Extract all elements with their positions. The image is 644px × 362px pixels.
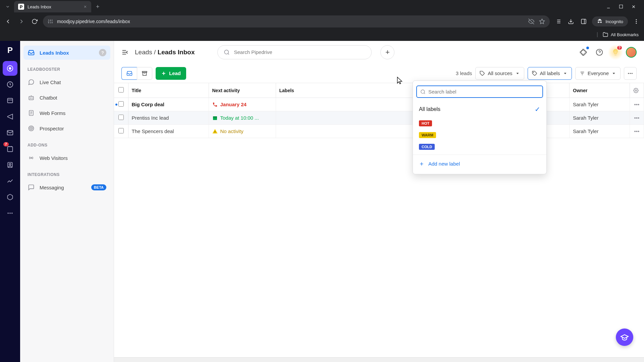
chevron-down-icon bbox=[515, 71, 520, 76]
col-title[interactable]: Title bbox=[128, 83, 209, 98]
help-icon[interactable] bbox=[594, 47, 605, 58]
rail-contacts[interactable] bbox=[3, 158, 17, 172]
breadcrumb-root[interactable]: Leads bbox=[135, 49, 152, 56]
topbar: Leads / Leads Inbox + ? bbox=[114, 41, 644, 64]
row-actions[interactable]: ••• bbox=[630, 125, 644, 138]
message-icon bbox=[28, 184, 35, 191]
extensions-icon[interactable] bbox=[578, 47, 589, 58]
row-actions[interactable]: ••• bbox=[630, 111, 644, 125]
label-search[interactable] bbox=[416, 85, 543, 98]
close-window-icon[interactable] bbox=[631, 4, 636, 9]
rail-more[interactable] bbox=[3, 206, 17, 221]
table-row[interactable]: Prentiss Inc leadToday at 10:00 ...Sarah… bbox=[114, 111, 644, 125]
rail-campaigns[interactable] bbox=[3, 109, 17, 124]
col-next-activity[interactable]: Next activity bbox=[209, 83, 276, 98]
filter-owner[interactable]: Everyone bbox=[575, 67, 621, 80]
all-bookmarks-button[interactable]: All Bookmarks bbox=[603, 32, 639, 38]
search-input[interactable] bbox=[234, 49, 365, 55]
rail-deals[interactable] bbox=[3, 77, 17, 92]
label-option[interactable]: COLD bbox=[413, 141, 546, 153]
sidebar-item-live-chat[interactable]: Live Chat bbox=[23, 75, 110, 89]
forward-button[interactable] bbox=[17, 17, 26, 26]
table-row[interactable]: Big Corp dealJanuary 24Sarah Tyler••• bbox=[114, 98, 644, 111]
site-settings-icon[interactable] bbox=[48, 19, 53, 24]
global-search[interactable] bbox=[217, 45, 372, 59]
sidebar-item-messaging[interactable]: Messaging BETA bbox=[23, 180, 110, 194]
row-checkbox[interactable] bbox=[118, 101, 124, 107]
check-icon: ✓ bbox=[535, 105, 540, 113]
rail-insights[interactable] bbox=[3, 174, 17, 188]
add-new-label[interactable]: Add new label bbox=[413, 157, 546, 171]
sidepanel-icon[interactable] bbox=[579, 17, 588, 26]
sidebar-item-web-visitors[interactable]: Web Visitors bbox=[23, 151, 110, 165]
download-icon[interactable] bbox=[567, 17, 575, 26]
reload-button[interactable] bbox=[30, 17, 39, 26]
plus-icon bbox=[419, 161, 424, 167]
rail-mail[interactable] bbox=[3, 125, 17, 140]
new-tab-button[interactable]: + bbox=[93, 1, 103, 12]
labels-dropdown: All labels ✓ HOTWARMCOLD Add new label bbox=[413, 80, 547, 174]
filter-labels[interactable]: All labels bbox=[528, 67, 572, 80]
quick-add-button[interactable]: + bbox=[380, 45, 394, 59]
svg-marker-69 bbox=[564, 73, 566, 74]
col-owner[interactable]: Owner bbox=[570, 83, 630, 98]
more-filters-button[interactable] bbox=[624, 67, 637, 80]
view-archive[interactable] bbox=[137, 67, 152, 80]
tab-list-dropdown[interactable] bbox=[3, 4, 13, 9]
col-settings[interactable] bbox=[630, 83, 644, 98]
sidebar-item-web-forms[interactable]: Web Forms bbox=[23, 106, 110, 120]
filter-sources[interactable]: All sources bbox=[475, 67, 524, 80]
filter-label: Everyone bbox=[588, 70, 609, 76]
sidebar-item-prospector[interactable]: Prospector bbox=[23, 121, 110, 135]
incognito-chip[interactable]: Incognito bbox=[592, 16, 628, 26]
svg-point-77 bbox=[421, 90, 425, 94]
rail-activities[interactable]: 7 bbox=[3, 141, 17, 156]
sidebar-item-leads-inbox[interactable]: Leads Inbox ? bbox=[23, 46, 110, 60]
browser-tab[interactable]: P Leads Inbox bbox=[14, 1, 91, 12]
incognito-label: Incognito bbox=[605, 19, 623, 24]
app-logo[interactable]: P bbox=[4, 44, 16, 56]
label-option-all[interactable]: All labels ✓ bbox=[413, 101, 546, 117]
media-icon[interactable] bbox=[554, 17, 562, 26]
app: P 7 Leads Inbox ? LEADBOOSTER Live Chat … bbox=[0, 41, 644, 362]
star-icon[interactable] bbox=[539, 18, 545, 24]
row-checkbox[interactable] bbox=[118, 115, 124, 120]
svg-rect-24 bbox=[581, 19, 586, 24]
label-option[interactable]: HOT bbox=[413, 117, 546, 129]
sidebar-toggle[interactable] bbox=[121, 49, 129, 56]
svg-point-26 bbox=[636, 19, 637, 20]
info-badge[interactable]: ? bbox=[99, 49, 106, 56]
table-row[interactable]: The Spencers dealNo activitySarah Tyler•… bbox=[114, 125, 644, 138]
leads-table-wrap: Title Next activity Labels Owner Big Cor… bbox=[114, 83, 644, 357]
svg-point-58 bbox=[225, 50, 229, 54]
view-inbox[interactable] bbox=[121, 67, 137, 80]
label-search-input[interactable] bbox=[428, 89, 539, 95]
minimize-icon[interactable] bbox=[606, 4, 611, 9]
leads-table: Title Next activity Labels Owner Big Cor… bbox=[114, 83, 644, 138]
row-actions[interactable]: ••• bbox=[630, 98, 644, 111]
row-checkbox[interactable] bbox=[118, 128, 124, 133]
url-text: moodjoy.pipedrive.com/leads/inbox bbox=[57, 19, 130, 24]
back-button[interactable] bbox=[3, 17, 13, 26]
whats-new-icon[interactable]: ? bbox=[610, 47, 621, 58]
window-controls bbox=[606, 4, 641, 9]
cell-owner: Sarah Tyler bbox=[570, 125, 630, 138]
rail-projects[interactable] bbox=[3, 93, 17, 108]
rail-leads[interactable] bbox=[3, 61, 17, 76]
svg-rect-35 bbox=[8, 146, 13, 152]
maximize-icon[interactable] bbox=[619, 4, 623, 9]
user-avatar[interactable] bbox=[626, 47, 637, 58]
help-fab[interactable] bbox=[616, 328, 633, 346]
menu-icon[interactable] bbox=[632, 17, 641, 26]
close-tab-icon[interactable] bbox=[83, 5, 87, 9]
select-all-checkbox[interactable] bbox=[118, 87, 124, 93]
label-option[interactable]: WARM bbox=[413, 129, 546, 141]
search-icon bbox=[224, 49, 230, 55]
rail-products[interactable] bbox=[3, 190, 17, 204]
horizontal-scrollbar[interactable] bbox=[114, 357, 644, 362]
plus-icon bbox=[161, 71, 166, 76]
add-lead-button[interactable]: Lead bbox=[156, 67, 186, 80]
url-bar[interactable]: moodjoy.pipedrive.com/leads/inbox bbox=[43, 15, 550, 27]
eye-off-icon[interactable] bbox=[528, 18, 534, 24]
sidebar-item-chatbot[interactable]: Chatbot bbox=[23, 90, 110, 105]
